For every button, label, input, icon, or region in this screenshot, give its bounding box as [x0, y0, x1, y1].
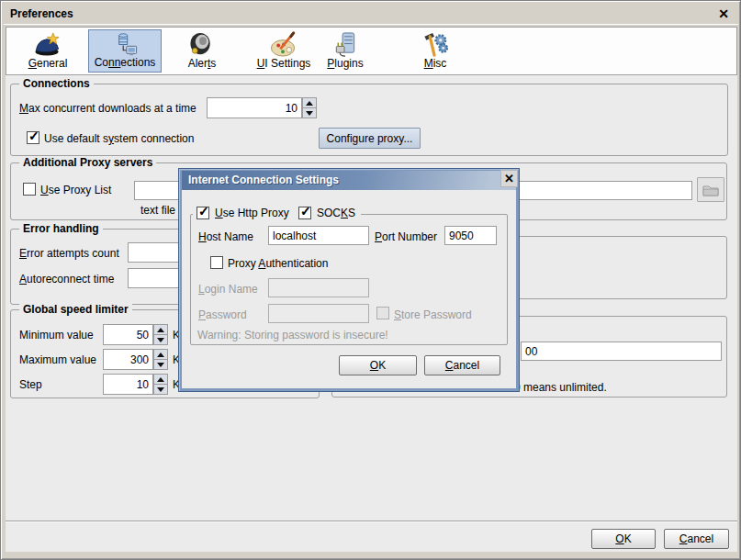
tab-plugins-label: Plugins: [327, 58, 363, 70]
ok-button[interactable]: OK: [591, 529, 656, 549]
minimum-value-label: Minimum value: [19, 329, 94, 342]
use-http-proxy-label: Use Http Proxy: [215, 207, 289, 219]
dialog-cancel-button[interactable]: Cancel: [424, 355, 500, 375]
configure-proxy-button[interactable]: Configure proxy...: [319, 128, 421, 149]
use-proxy-list-checkbox[interactable]: [23, 183, 36, 196]
browse-proxy-file-button[interactable]: [697, 177, 724, 202]
max-concurrent-stepper: [302, 97, 317, 118]
spinner-up-icon[interactable]: [153, 349, 168, 359]
use-proxy-list-label: Use Proxy List: [40, 184, 111, 196]
footer-separator: [6, 521, 737, 522]
internet-connection-settings-dialog: Internet Connection Settings ✕ Use Http …: [178, 168, 520, 392]
error-handling-group-title: Error handling: [19, 222, 103, 236]
window-title: Preferences: [10, 7, 73, 20]
tab-connections-label: Connections: [95, 57, 156, 69]
maximum-value-stepper: [153, 349, 168, 370]
host-name-input[interactable]: [268, 226, 369, 245]
dialog-ok-button[interactable]: OK: [339, 355, 417, 375]
cancel-button[interactable]: Cancel: [664, 529, 729, 549]
spinner-down-icon[interactable]: [153, 334, 168, 345]
window-titlebar[interactable]: Preferences ✕: [4, 4, 738, 25]
additional-proxy-group-title: Additional Proxy servers: [19, 156, 156, 170]
port-number-input[interactable]: [444, 226, 497, 245]
host-name-label: Host Name: [198, 230, 253, 243]
tab-general[interactable]: General: [15, 29, 81, 73]
use-default-connection-checkbox[interactable]: [27, 131, 39, 144]
spinner-up-icon[interactable]: [302, 97, 317, 107]
speed-limiter-group-title: Global speed limiter: [19, 303, 132, 317]
tab-ui-settings-label: UI Settings: [257, 58, 311, 70]
dialog-title: Internet Connection Settings: [188, 174, 339, 186]
tab-general-label: General: [28, 58, 68, 70]
tab-connections[interactable]: Connections: [88, 29, 162, 73]
database-monitor-icon: [110, 32, 140, 57]
spinner-down-icon[interactable]: [153, 384, 168, 395]
hat-with-star-icon: [33, 31, 62, 58]
password-label: Password: [198, 308, 247, 321]
tab-alerts[interactable]: Alerts: [169, 29, 235, 73]
max-concurrent-input[interactable]: [207, 97, 302, 118]
unlimited-caption: 0 means unlimited.: [514, 381, 607, 394]
store-password-label: Store Password: [394, 308, 472, 321]
step-label: Step: [19, 378, 42, 391]
password-input: [268, 304, 369, 323]
use-http-proxy-row: Use Http Proxy: [193, 206, 295, 220]
proxy-authentication-label: Proxy Authentication: [228, 257, 328, 270]
autoreconnect-label: Autoreconnect time: [19, 273, 114, 286]
socks-row: SOCKS: [295, 206, 361, 220]
paint-palette-icon: [269, 31, 298, 58]
socks-checkbox[interactable]: [298, 207, 311, 219]
tab-misc-label: Misc: [424, 58, 447, 70]
password-warning-text: Warning: Storing password is insecure!: [197, 329, 388, 342]
connections-group-title: Connections: [19, 77, 94, 91]
use-http-proxy-checkbox[interactable]: [196, 207, 209, 219]
folder-icon: [702, 184, 719, 196]
preferences-toolbar: General Connections: [6, 27, 737, 75]
use-default-connection-label: Use default system connection: [44, 132, 194, 145]
maximum-value-input[interactable]: [103, 349, 153, 370]
window-close-icon[interactable]: ✕: [714, 6, 733, 23]
socks-label: SOCKS: [317, 207, 355, 219]
login-name-input: [268, 278, 369, 297]
dialog-close-icon[interactable]: ✕: [500, 170, 518, 187]
tab-misc[interactable]: Misc: [402, 29, 468, 73]
error-attempts-label: Error attempts count: [19, 247, 119, 260]
speed-limit-input[interactable]: [521, 342, 722, 361]
tab-plugins[interactable]: Plugins: [312, 29, 378, 73]
tab-alerts-label: Alerts: [188, 58, 217, 70]
proxy-authentication-checkbox[interactable]: [210, 256, 223, 269]
spinner-down-icon[interactable]: [153, 359, 168, 370]
step-input[interactable]: [103, 374, 153, 395]
spinner-down-icon[interactable]: [302, 107, 317, 118]
dialog-titlebar[interactable]: Internet Connection Settings: [182, 171, 516, 190]
speaker-icon: [187, 31, 217, 58]
tab-ui-settings[interactable]: UI Settings: [247, 29, 320, 73]
hammer-gears-icon: [421, 31, 450, 58]
minimum-value-stepper: [153, 324, 168, 345]
spinner-up-icon[interactable]: [153, 374, 168, 384]
spinner-up-icon[interactable]: [153, 324, 168, 334]
minimum-value-input[interactable]: [103, 324, 153, 345]
store-password-checkbox: [376, 307, 389, 319]
login-name-label: Login Name: [198, 283, 258, 296]
maximum-value-label: Maximum value: [19, 353, 96, 366]
preferences-window: Preferences ✕ General: [0, 0, 741, 560]
port-number-label: Port Number: [375, 230, 437, 243]
max-concurrent-label: Max concurrent downloads at a time: [19, 102, 196, 115]
step-stepper: [153, 374, 168, 395]
server-plug-icon: [331, 31, 360, 58]
